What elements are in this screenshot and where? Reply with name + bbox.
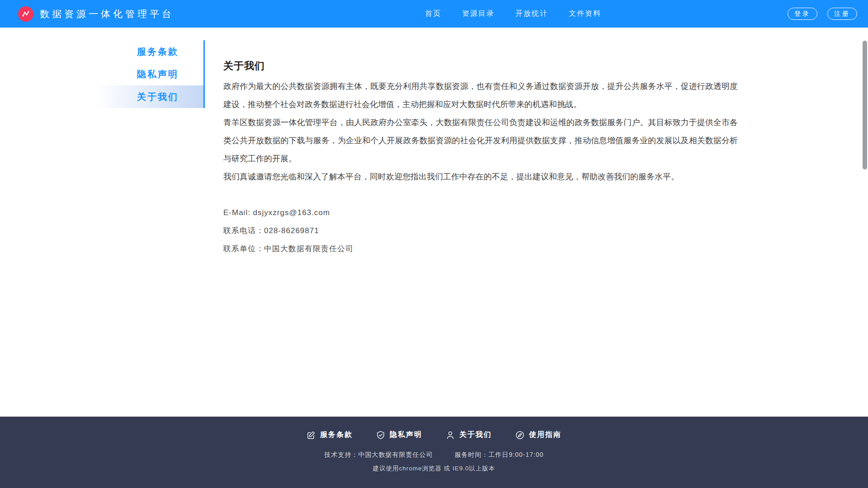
user-icon (446, 431, 455, 440)
top-nav: 首页 资源目录 开放统计 文件资料 (425, 9, 601, 19)
vertical-scrollbar[interactable] (863, 41, 867, 169)
main-area: 服务条款 隐私声明 关于我们 关于我们 政府作为最大的公共数据资源拥有主体，既要… (0, 28, 868, 417)
about-paragraph: 我们真诚邀请您光临和深入了解本平台，同时欢迎您指出我们工作中存在的不足，提出建议… (223, 168, 738, 186)
footer-info-row: 技术支持：中国大数据有限责任公司 服务时间：工作日9:00-17:00 (325, 451, 544, 459)
about-paragraph: 政府作为最大的公共数据资源拥有主体，既要充分利用共享数据资源，也有责任和义务通过… (223, 77, 738, 113)
footer-link-label: 隐私声明 (390, 430, 422, 440)
compass-icon (515, 431, 524, 440)
nav-item-home[interactable]: 首页 (425, 9, 441, 19)
footer-link-service-terms[interactable]: 服务条款 (307, 430, 353, 440)
contact-info: E-Mail: dsjyxzrgs@163.com 联系电话：028-86269… (223, 204, 738, 258)
register-button[interactable]: 注册 (827, 8, 857, 20)
footer-link-label: 使用指南 (529, 430, 561, 440)
nav-item-documents[interactable]: 文件资料 (569, 9, 601, 19)
page-title: 数据资源一体化管理平台 (40, 8, 174, 20)
edit-square-icon (307, 431, 316, 440)
content-title: 关于我们 (223, 59, 738, 73)
shield-check-icon (376, 431, 385, 440)
footer-link-label: 服务条款 (320, 430, 353, 440)
footer: 服务条款 隐私声明 关于我们 (0, 417, 868, 488)
footer-link-about-us[interactable]: 关于我们 (446, 430, 492, 440)
sidebar-item-privacy-statement[interactable]: 隐私声明 (96, 63, 203, 85)
footer-link-privacy-statement[interactable]: 隐私声明 (376, 430, 422, 440)
footer-tech-support: 技术支持：中国大数据有限责任公司 (325, 451, 433, 459)
login-button[interactable]: 登录 (788, 8, 817, 20)
footer-link-user-guide[interactable]: 使用指南 (515, 430, 561, 440)
sidebar-item-service-terms[interactable]: 服务条款 (96, 40, 203, 63)
footer-link-label: 关于我们 (459, 430, 492, 440)
sidebar-item-about-us[interactable]: 关于我们 (96, 85, 203, 108)
contact-email: E-Mail: dsjyxzrgs@163.com (223, 204, 738, 222)
header: 数据资源一体化管理平台 首页 资源目录 开放统计 文件资料 登录 注册 (0, 0, 868, 28)
sidebar-menu: 服务条款 隐私声明 关于我们 (96, 40, 205, 108)
footer-browser-tip: 建议使用chrome浏览器 或 IE9.0以上版本 (373, 465, 495, 473)
footer-links: 服务条款 隐私声明 关于我们 (307, 430, 561, 440)
platform-logo-icon (18, 6, 33, 22)
footer-service-time: 服务时间：工作日9:00-17:00 (455, 451, 544, 459)
contact-organization: 联系单位：中国大数据有限责任公司 (223, 240, 738, 258)
brand: 数据资源一体化管理平台 (18, 6, 174, 22)
nav-item-resource-catalog[interactable]: 资源目录 (462, 9, 495, 19)
about-paragraph: 青羊区数据资源一体化管理平台，由人民政府办公室牵头，大数据有限责任公司负责建设和… (223, 113, 738, 168)
about-text: 政府作为最大的公共数据资源拥有主体，既要充分利用共享数据资源，也有责任和义务通过… (223, 77, 738, 186)
contact-phone: 联系电话：028-86269871 (223, 222, 738, 240)
content-panel: 关于我们 政府作为最大的公共数据资源拥有主体，既要充分利用共享数据资源，也有责任… (205, 28, 738, 417)
auth-buttons: 登录 注册 (788, 8, 857, 20)
sidebar: 服务条款 隐私声明 关于我们 (0, 28, 205, 417)
nav-item-open-statistics[interactable]: 开放统计 (515, 9, 548, 19)
